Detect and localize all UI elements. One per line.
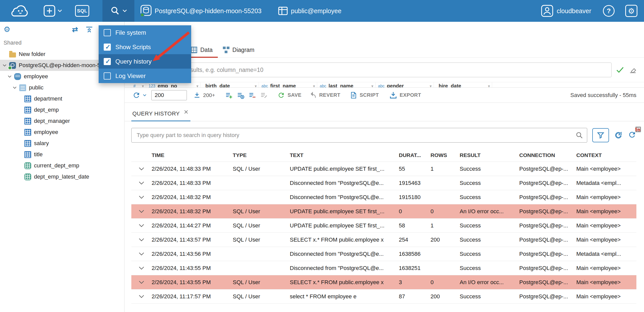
header-duration[interactable]: DURAT... (399, 152, 431, 158)
tree-node[interactable]: department (0, 93, 124, 104)
view-menu-item[interactable]: Log Viewer (99, 69, 191, 83)
data-toolbar: 200+ SAVE (125, 87, 644, 103)
history-filter-button[interactable] (592, 128, 609, 142)
grid-column-header[interactable]: abc last_name (317, 82, 375, 87)
delete-row-button[interactable] (248, 91, 256, 99)
edit-value-button[interactable] (260, 91, 268, 99)
apply-filter-button[interactable] (616, 67, 624, 73)
schema-selector[interactable]: public@employee (278, 0, 341, 22)
query-history-tab-label: QUERY HISTORY (132, 110, 180, 117)
grid-column-header[interactable]: 123 emp_no (146, 82, 201, 87)
cell-text: Disconnected from "PostgreSQL@e... (290, 251, 399, 257)
filter-input[interactable] (131, 63, 612, 77)
history-refresh-button[interactable] (614, 131, 623, 140)
tree-node[interactable]: salary (0, 138, 124, 149)
query-history-row[interactable]: 2/26/2024, 11:43:55 PM SQL / User SELECT… (131, 275, 636, 289)
chevron-down-icon (58, 10, 62, 12)
row-expander[interactable] (131, 181, 152, 185)
query-history-row[interactable]: 2/26/2024, 11:48:33 PM Disconnected from… (131, 176, 636, 190)
view-menu-item[interactable]: Query history (99, 54, 191, 69)
query-history-tab[interactable]: QUERY HISTORY (131, 110, 190, 121)
sync-navigator-icon[interactable]: ⇄ (72, 25, 78, 34)
header-connection[interactable]: CONNECTION (519, 152, 576, 158)
navigator-settings-icon[interactable]: ⚙ (4, 25, 10, 34)
grid-column-header[interactable]: abc first_name (259, 82, 317, 87)
row-expander[interactable] (131, 295, 152, 298)
row-expander[interactable] (131, 196, 152, 199)
query-history-row[interactable]: 2/26/2024, 11:48:33 PM SQL / User UPDATE… (131, 162, 636, 176)
tree-node[interactable]: current_dept_emp (0, 160, 124, 171)
sql-editor-button[interactable]: SQL (75, 0, 89, 22)
script-button[interactable]: SCRIPT (350, 91, 379, 99)
collapse-all-icon[interactable] (86, 26, 93, 34)
save-button[interactable]: SAVE (277, 91, 301, 99)
tree-node[interactable]: employee (0, 127, 124, 138)
view-menu-item[interactable]: Show Scripts (99, 40, 191, 54)
header-text[interactable]: TEXT (290, 152, 399, 158)
menu-checkbox[interactable] (104, 72, 111, 80)
auto-refresh-button[interactable]: 5s (628, 130, 636, 140)
tree-node[interactable]: title (0, 149, 124, 160)
add-row-button[interactable] (225, 91, 233, 99)
tree-node[interactable]: dept_manager (0, 115, 124, 127)
header-type[interactable]: TYPE (233, 152, 290, 158)
settings-button[interactable]: ⚙ (625, 0, 637, 22)
query-history-row[interactable]: 2/26/2024, 11:48:32 PM Disconnected from… (131, 190, 636, 204)
user-menu-button[interactable]: cloudbeaver (541, 0, 591, 22)
postgresql-connection-icon (140, 5, 152, 17)
header-context[interactable]: CONTEXT (576, 152, 636, 158)
tree-expand-caret[interactable] (8, 75, 14, 78)
row-expander[interactable] (131, 210, 152, 213)
clear-filter-button[interactable] (629, 66, 637, 74)
header-result[interactable]: RESULT (460, 152, 519, 158)
grid-column-header[interactable]: hire_date (434, 82, 492, 87)
row-expander[interactable] (131, 281, 152, 284)
object-tabbar: Data Diagram (125, 22, 644, 58)
row-expander[interactable] (131, 167, 152, 170)
tree-node[interactable]: public (0, 82, 124, 93)
query-history-row[interactable]: 2/26/2024, 11:43:57 PM SQL / User SELECT… (131, 233, 636, 247)
cloudbeaver-logo[interactable] (6, 0, 33, 22)
save-status: Saved successfully - 55ms (570, 92, 636, 99)
grid-column-header[interactable]: birth_date (201, 82, 259, 87)
row-expander[interactable] (131, 252, 152, 256)
object-tab[interactable]: Diagram (218, 43, 260, 58)
query-history-row[interactable]: 2/26/2024, 11:17:57 PM SQL / User select… (131, 289, 636, 304)
grid-column-header[interactable]: abc gender (375, 82, 434, 87)
row-expander[interactable] (131, 224, 152, 227)
tree-node-label: New folder (19, 51, 45, 57)
connection-selector[interactable]: PostgreSQL@ep-hidden-moon-55203 (134, 0, 268, 22)
export-button[interactable]: EXPORT (389, 91, 421, 99)
cell-result: Success (460, 166, 519, 172)
query-history-row[interactable]: 2/26/2024, 11:44:27 PM SQL / User UPDATE… (131, 219, 636, 233)
view-menu-button[interactable] (102, 0, 134, 22)
duplicate-row-button[interactable] (237, 91, 244, 99)
header-time[interactable]: TIME (152, 152, 233, 158)
row-expander[interactable] (131, 238, 152, 241)
query-history-row[interactable]: 2/26/2024, 11:43:56 PM Disconnected from… (131, 247, 636, 261)
result-limit-input[interactable] (151, 90, 187, 100)
help-button[interactable]: ? (603, 0, 615, 22)
view-menu-item[interactable]: File system (99, 25, 191, 40)
refresh-results-button[interactable] (132, 91, 146, 99)
menu-checkbox[interactable] (104, 29, 111, 36)
fetch-page-size-button[interactable]: 200+ (193, 92, 215, 99)
query-history-row[interactable]: 2/26/2024, 11:43:55 PM Disconnected from… (131, 261, 636, 275)
column-header-label: birth_date (205, 83, 230, 87)
tree-node[interactable]: dept_emp (0, 104, 124, 115)
history-search-input[interactable] (131, 128, 587, 143)
menu-checkbox[interactable] (104, 44, 111, 51)
query-history-row[interactable]: 2/26/2024, 11:48:32 PM SQL / User UPDATE… (131, 204, 636, 219)
menu-checkbox[interactable] (104, 58, 111, 65)
cell-duration: 58 (399, 222, 431, 229)
tree-expand-caret[interactable] (13, 86, 19, 89)
row-expander[interactable] (131, 266, 152, 270)
new-connection-button[interactable] (44, 0, 62, 22)
revert-icon (309, 91, 317, 99)
revert-button[interactable]: REVERT (309, 91, 341, 99)
tree-expand-caret[interactable] (3, 64, 9, 67)
close-icon[interactable] (184, 110, 188, 114)
tree-node[interactable]: dept_emp_latest_date (0, 171, 124, 182)
grid-column-header[interactable]: # (131, 82, 146, 87)
header-rows[interactable]: ROWS (431, 152, 460, 158)
